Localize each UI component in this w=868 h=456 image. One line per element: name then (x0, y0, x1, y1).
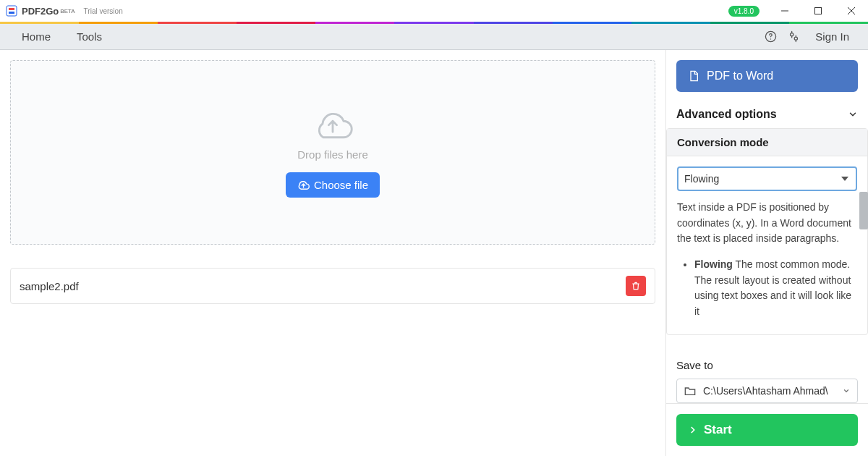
beta-badge: BETA (60, 8, 75, 14)
menu-tools[interactable]: Tools (64, 25, 115, 48)
drop-zone[interactable]: Drop files here Choose file (10, 60, 655, 245)
save-to-section: Save to C:\Users\Ahtasham Ahmad\ (666, 350, 868, 403)
conversion-mode-select[interactable]: Flowing (677, 166, 857, 191)
svg-point-4 (790, 33, 793, 36)
sign-in-link[interactable]: Sign In (805, 25, 859, 48)
cloud-upload-icon (311, 107, 354, 143)
chevron-right-icon (688, 425, 698, 435)
gear-icon (788, 30, 800, 43)
svg-rect-0 (7, 6, 17, 16)
cloud-upload-small-icon (297, 179, 310, 191)
rainbow-stripe (0, 22, 868, 24)
advanced-options-toggle[interactable]: Advanced options (676, 108, 858, 121)
help-icon (765, 30, 777, 43)
file-row: sample2.pdf (10, 268, 655, 304)
document-icon (688, 69, 699, 83)
window-maximize-button[interactable] (801, 0, 835, 22)
trial-version-link[interactable]: Trial version (84, 7, 123, 15)
save-to-path-text: C:\Users\Ahtasham Ahmad\ (703, 385, 835, 397)
svg-rect-1 (815, 8, 822, 14)
settings-button[interactable] (782, 25, 805, 48)
minimize-icon (781, 7, 788, 14)
right-panel: PDF to Word Advanced options Conversion … (665, 50, 868, 456)
folder-icon (684, 386, 696, 396)
app-logo (6, 5, 17, 17)
start-button[interactable]: Start (676, 414, 858, 446)
conversion-mode-section: Conversion mode Flowing Text inside a PD… (666, 128, 868, 335)
trash-icon (631, 281, 641, 291)
drop-zone-text: Drop files here (297, 148, 368, 161)
conversion-mode-help: Text inside a PDF is positioned by coord… (677, 200, 857, 320)
conversion-type-label: PDF to Word (707, 69, 773, 83)
chevron-down-icon (848, 109, 858, 119)
choose-file-button[interactable]: Choose file (286, 172, 380, 198)
svg-point-3 (770, 38, 771, 39)
main-left-panel: Drop files here Choose file sample2.pdf (0, 50, 665, 456)
title-bar: PDF2Go BETA Trial version v1.8.0 (0, 0, 868, 22)
right-panel-scroll[interactable]: PDF to Word Advanced options Conversion … (666, 50, 868, 350)
maximize-icon (814, 7, 822, 14)
advanced-options-label: Advanced options (676, 108, 777, 121)
menu-home[interactable]: Home (9, 25, 64, 48)
chevron-down-icon (843, 387, 850, 394)
choose-file-label: Choose file (314, 179, 368, 191)
save-to-label: Save to (666, 350, 868, 374)
close-icon (848, 7, 855, 14)
menu-bar: Home Tools Sign In (0, 24, 868, 50)
window-minimize-button[interactable] (768, 0, 801, 22)
svg-point-5 (794, 37, 797, 40)
scrollbar-thumb[interactable] (859, 192, 868, 229)
help-button[interactable] (759, 25, 782, 48)
window-close-button[interactable] (835, 0, 868, 22)
conversion-type-button[interactable]: PDF to Word (676, 60, 858, 92)
delete-file-button[interactable] (626, 276, 646, 296)
app-name: PDF2Go (22, 6, 59, 17)
conversion-mode-title: Conversion mode (667, 129, 867, 156)
version-badge[interactable]: v1.8.0 (728, 6, 760, 17)
file-name: sample2.pdf (20, 280, 626, 292)
start-button-label: Start (704, 423, 732, 437)
save-to-path-button[interactable]: C:\Users\Ahtasham Ahmad\ (676, 379, 858, 403)
